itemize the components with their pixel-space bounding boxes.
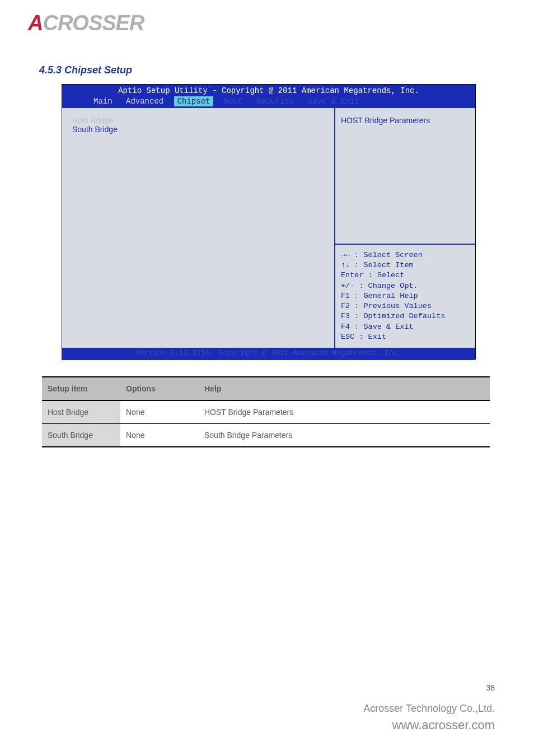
- cell-options: None: [120, 400, 199, 424]
- table-row: South Bridge None South Bridge Parameter…: [42, 424, 490, 447]
- bios-help-line: ↑↓ : Select Item: [341, 260, 470, 270]
- section-heading: 4.5.3 Chipset Setup: [39, 64, 132, 76]
- bios-left-pane: Host Bridge South Bridge: [62, 108, 335, 348]
- bios-footer: Version 2.13.1216. Copyright @ 2011 Amer…: [62, 348, 475, 360]
- logo-first-letter: A: [28, 11, 43, 35]
- bios-tab-bar: Main Advanced Chipset Boot Security Save…: [62, 95, 475, 106]
- footer-company: Acrosser Technology Co.,Ltd.: [363, 703, 495, 715]
- cell-item: South Bridge: [42, 424, 120, 447]
- page-number: 38: [486, 683, 495, 692]
- cell-help: HOST Bridge Parameters: [199, 400, 490, 424]
- bios-help-line: F2 : Previous Values: [341, 301, 470, 311]
- table-header-row: Setup item Options Help: [42, 377, 490, 400]
- bios-tab-main[interactable]: Main: [90, 96, 116, 106]
- bios-help-line: F4 : Save & Exit: [341, 322, 470, 332]
- chipset-table: Setup item Options Help Host Bridge None…: [42, 376, 490, 447]
- bios-item-host-bridge[interactable]: Host Bridge: [72, 116, 324, 125]
- table-header-setup-item: Setup item: [42, 377, 120, 400]
- brand-logo: ACROSSER: [28, 11, 176, 39]
- bios-right-pane: HOST Bridge Parameters →← : Select Scree…: [335, 108, 475, 348]
- bios-body: Host Bridge South Bridge HOST Bridge Par…: [62, 108, 475, 348]
- cell-options: None: [120, 424, 199, 447]
- bios-tab-boot[interactable]: Boot: [221, 96, 246, 106]
- bios-tab-security[interactable]: Security: [253, 96, 297, 106]
- bios-help-line: →← : Select Screen: [341, 250, 470, 260]
- cell-help: South Bridge Parameters: [199, 424, 490, 447]
- bios-help-line: +/- : Change Opt.: [341, 281, 470, 291]
- bios-key-help: →← : Select Screen ↑↓ : Select Item Ente…: [335, 244, 475, 348]
- bios-tab-save-exit[interactable]: Save & Exit: [305, 96, 363, 106]
- bios-item-south-bridge[interactable]: South Bridge: [72, 125, 324, 134]
- bios-help-summary: HOST Bridge Parameters: [335, 108, 475, 244]
- bios-help-line: F1 : General Help: [341, 291, 470, 301]
- bios-help-line: F3 : Optimized Defaults: [341, 311, 470, 321]
- footer-url: www.acrosser.com: [363, 718, 495, 732]
- logo-rest: CROSSER: [43, 11, 144, 35]
- table-header-options: Options: [120, 377, 199, 400]
- footer-block: Acrosser Technology Co.,Ltd. www.acrosse…: [363, 703, 495, 732]
- bios-screenshot: Aptio Setup Utility - Copyright @ 2011 A…: [62, 84, 476, 360]
- bios-help-line: Enter : Select: [341, 270, 470, 281]
- bios-help-line: ESC : Exit: [341, 332, 470, 342]
- bios-title: Aptio Setup Utility - Copyright @ 2011 A…: [62, 85, 475, 95]
- bios-header: Aptio Setup Utility - Copyright @ 2011 A…: [62, 85, 475, 108]
- bios-tab-chipset[interactable]: Chipset: [174, 96, 214, 106]
- cell-item: Host Bridge: [42, 400, 120, 424]
- table-row: Host Bridge None HOST Bridge Parameters: [42, 400, 490, 424]
- table-header-help: Help: [199, 377, 490, 400]
- bios-tab-advanced[interactable]: Advanced: [123, 96, 167, 106]
